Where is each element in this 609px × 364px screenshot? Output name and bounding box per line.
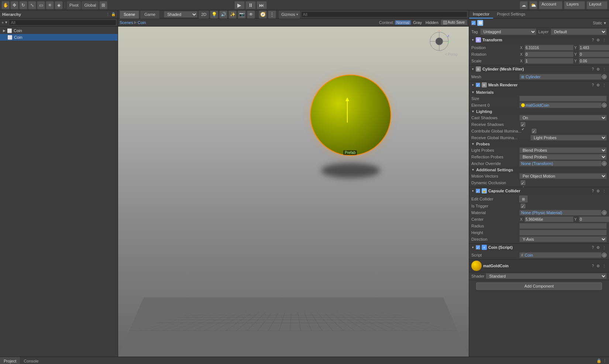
reflection-probes-dropdown[interactable]: Blend Probes xyxy=(519,154,607,160)
radius-input[interactable]: 0.5000002 xyxy=(519,223,607,229)
mat-help-icon[interactable]: ? xyxy=(591,264,595,268)
element0-select-btn[interactable]: ◎ xyxy=(602,103,607,108)
scene-nav-btn[interactable]: 🧭 xyxy=(259,10,267,18)
scale-x-input[interactable] xyxy=(524,58,574,64)
move-tool-btn[interactable]: ✥ xyxy=(10,1,18,9)
obj-active-checkbox[interactable]: ✓ xyxy=(471,21,476,25)
capsule-help-icon[interactable]: ? xyxy=(591,189,595,193)
context-gray[interactable]: Gray xyxy=(412,20,423,25)
additional-settings-header[interactable]: ▼ Additional Settings xyxy=(469,167,609,173)
gizmos-arrow[interactable]: ▾ xyxy=(296,13,298,16)
hierarchy-menu-btn[interactable]: ⋮ xyxy=(106,12,110,16)
global-label[interactable]: Global xyxy=(83,3,97,7)
rotate-tool-btn[interactable]: ↻ xyxy=(19,1,27,9)
project-settings-tab[interactable]: Project Settings xyxy=(493,10,529,18)
capsule-menu-icon[interactable]: ⋮ xyxy=(602,189,607,193)
inspector-tab[interactable]: Inspector xyxy=(469,10,493,18)
mesh-filter-header[interactable]: ▼ ⊞ Cylinder (Mesh Filter) ? ⚙ ⋮ xyxy=(469,65,609,73)
custom-tool-btn[interactable]: ◈ xyxy=(55,1,63,9)
scale-y-input[interactable] xyxy=(579,58,609,64)
anchor-ref[interactable]: None (Transform) xyxy=(519,161,602,166)
collab-icon[interactable]: ☁ xyxy=(520,1,528,9)
layer-dropdown[interactable]: Default xyxy=(551,28,607,35)
scene-tab[interactable]: Scene xyxy=(120,10,139,18)
mesh-renderer-header[interactable]: ▼ ✓ ⊞ Mesh Renderer ? ⚙ ⋮ xyxy=(469,81,609,89)
pos-x-input[interactable] xyxy=(524,45,574,51)
hierarchy-lock-btn[interactable]: 🔒 xyxy=(111,12,116,16)
hierarchy-item-coin-child[interactable]: ⬜ Coin xyxy=(0,34,118,41)
scene-cam-btn[interactable]: 📷 xyxy=(238,10,246,18)
layers-dropdown[interactable]: Layers xyxy=(564,1,585,9)
transform-menu-icon[interactable]: ⋮ xyxy=(602,38,607,42)
light-toggle[interactable]: 💡 xyxy=(210,10,218,18)
shader-dropdown[interactable]: Standard xyxy=(486,273,607,279)
anchor-select-btn[interactable]: ◎ xyxy=(602,161,607,166)
shading-dropdown[interactable]: Shaded Wireframe xyxy=(164,11,197,18)
auto-save-btn[interactable]: Auto Save xyxy=(441,20,467,25)
mr-help-icon[interactable]: ? xyxy=(591,83,595,87)
capsule-settings-icon[interactable]: ⚙ xyxy=(596,189,601,193)
mesh-select-btn[interactable]: ◎ xyxy=(602,74,607,79)
pivot-global-group[interactable]: Pivot xyxy=(67,1,81,9)
probes-section-header[interactable]: ▼ Probes xyxy=(469,141,609,147)
cs-help-icon[interactable]: ? xyxy=(591,245,595,250)
direction-dropdown[interactable]: Y-Axis xyxy=(519,236,607,242)
game-tab[interactable]: Game xyxy=(140,10,159,18)
coin-script-checkbox[interactable]: ✓ xyxy=(476,245,480,250)
cast-shadows-dropdown[interactable]: On xyxy=(519,115,607,121)
obj-name-input[interactable]: Coin xyxy=(485,20,591,26)
script-ref[interactable]: # Coin xyxy=(519,252,602,258)
mat-menu-icon[interactable]: ⋮ xyxy=(602,264,607,268)
hierarchy-item-coin-root[interactable]: ▶ ⬜ Coin xyxy=(0,27,118,34)
size-input[interactable]: 1 xyxy=(519,96,607,102)
effects-toggle[interactable]: ✨ xyxy=(228,10,237,18)
light-probes-dropdown[interactable]: Blend Probes xyxy=(519,147,607,153)
play-button[interactable]: ▶ xyxy=(234,1,245,9)
mesh-renderer-checkbox[interactable]: ✓ xyxy=(476,83,480,87)
2d-toggle[interactable]: 2D xyxy=(199,10,209,18)
gizmos-label[interactable]: Gizmos xyxy=(281,12,296,17)
gizmos-btn[interactable]: Gizmos ▾ xyxy=(279,10,300,18)
scale-tool-btn[interactable]: ⤡ xyxy=(28,1,36,9)
auto-save-checkbox[interactable] xyxy=(443,21,447,24)
dynamic-occlusion-checkbox[interactable]: ✓ xyxy=(521,181,525,185)
2d-label[interactable]: 2D xyxy=(200,12,207,17)
lighting-section-header[interactable]: ▼ Lighting xyxy=(469,109,609,114)
global-group[interactable]: Global xyxy=(82,1,99,9)
step-button[interactable]: ⏭ xyxy=(257,1,267,9)
cs-settings-icon[interactable]: ⚙ xyxy=(596,245,601,250)
mesh-value[interactable]: ⊞ Cylinder xyxy=(519,74,602,80)
material-ref[interactable]: None (Physic Material) xyxy=(519,210,602,216)
transform-tool-btn[interactable]: ✳ xyxy=(46,1,54,9)
height-input[interactable]: 2 xyxy=(519,230,607,236)
mr-settings-icon[interactable]: ⚙ xyxy=(596,83,601,87)
layout-dropdown[interactable]: Layout xyxy=(586,1,608,9)
edit-collider-btn[interactable]: ⊞ xyxy=(519,196,527,202)
snap-settings-btn[interactable]: ⊞ xyxy=(99,1,107,9)
center-x-input[interactable] xyxy=(524,216,574,222)
account-dropdown[interactable]: Account xyxy=(539,1,562,9)
motion-vectors-dropdown[interactable]: Per Object Motion xyxy=(519,173,607,179)
scene-view[interactable]: Prefab Y X Z < Persp xyxy=(118,27,469,357)
mr-menu-icon[interactable]: ⋮ xyxy=(602,83,607,87)
coin-script-header[interactable]: ▼ ✓ # Coin (Script) ? ⚙ ⋮ xyxy=(469,244,609,251)
mesh-filter-help-icon[interactable]: ? xyxy=(591,67,595,72)
is-trigger-checkbox[interactable]: ✓ xyxy=(521,204,525,208)
mesh-filter-menu-icon[interactable]: ⋮ xyxy=(602,67,607,72)
hier-add-btn[interactable]: + xyxy=(1,20,4,25)
add-component-btn[interactable]: Add Component xyxy=(476,282,602,290)
rect-tool-btn[interactable]: ▭ xyxy=(37,1,45,9)
mat-settings-icon[interactable]: ⚙ xyxy=(596,264,601,268)
context-normal[interactable]: Normal xyxy=(395,20,411,25)
capsule-collider-header[interactable]: ▼ ✓ 🔒 Capsule Collider ? ⚙ ⋮ xyxy=(469,187,609,195)
nav-gizmo[interactable]: Y X Z xyxy=(428,30,450,52)
cs-menu-icon[interactable]: ⋮ xyxy=(602,245,607,250)
hierarchy-search-input[interactable] xyxy=(9,20,116,25)
center-y-input[interactable] xyxy=(579,216,609,222)
console-tab[interactable]: Console xyxy=(20,357,42,364)
pos-y-input[interactable] xyxy=(579,45,609,51)
project-tab[interactable]: Project xyxy=(0,357,20,364)
scenes-breadcrumb[interactable]: Scenes xyxy=(120,20,133,25)
audio-toggle[interactable]: 🔊 xyxy=(219,10,227,18)
pause-button[interactable]: ⏸ xyxy=(245,1,256,9)
